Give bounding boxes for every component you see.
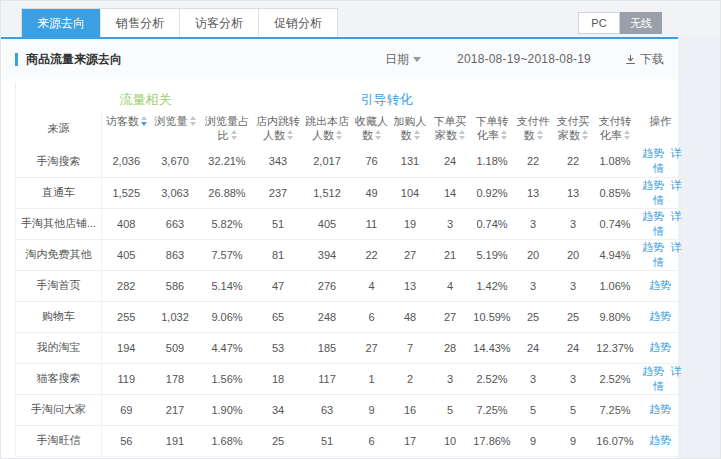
column-collect-label: 收藏人数 (355, 115, 388, 142)
table-row: 直通车 1,525 3,063 26.88% 237 1,512 49 104 … (16, 177, 685, 208)
tab-sales-analysis[interactable]: 销售分析 (100, 9, 179, 37)
pay-items-cell: 9 (514, 425, 553, 456)
sort-icon[interactable] (287, 130, 293, 140)
visitors-cell: 2,036 (102, 146, 151, 177)
actions-cell: 趋势详情 (637, 177, 685, 208)
sort-icon[interactable] (231, 130, 237, 140)
sort-icon[interactable] (624, 130, 630, 140)
pay-items-cell: 25 (514, 301, 553, 332)
pay-rate-cell: 7.25% (594, 394, 637, 425)
trend-link[interactable]: 趋势 (642, 365, 664, 377)
collect-cell: 6 (353, 425, 391, 456)
column-header-row: 来源 访客数 浏览量 浏览量占比 店内跳转人数 跳出本店人数 收藏人数 加购人数… (16, 111, 685, 147)
cart-cell: 7 (391, 332, 430, 363)
source-cell: 手淘首页 (16, 270, 102, 301)
sort-icon[interactable] (141, 116, 147, 126)
jump-out-cell: 276 (302, 270, 353, 301)
collect-cell: 1 (353, 363, 391, 394)
pageviews-cell: 1,032 (151, 301, 200, 332)
order-buyers-cell: 3 (430, 208, 471, 239)
trend-link[interactable]: 趋势 (642, 210, 664, 222)
trend-link[interactable]: 趋势 (642, 147, 664, 159)
date-range-value[interactable]: 2018-08-19~2018-08-19 (457, 52, 591, 66)
sort-icon[interactable] (501, 130, 507, 140)
trend-link[interactable]: 趋势 (649, 403, 671, 415)
table-row: 手淘其他店铺... 408 663 5.82% 51 405 11 19 3 0… (16, 208, 685, 239)
visitors-cell: 255 (102, 301, 151, 332)
sort-icon[interactable] (582, 130, 588, 140)
pageviews-cell: 509 (151, 332, 200, 363)
order-rate-cell: 0.92% (471, 177, 514, 208)
sort-icon[interactable] (414, 130, 420, 140)
trend-link[interactable]: 趋势 (649, 279, 671, 291)
cart-cell: 16 (391, 394, 430, 425)
wireless-toggle-button[interactable]: 无线 (620, 12, 662, 34)
pv-ratio-cell: 26.88% (200, 177, 255, 208)
sort-icon[interactable] (537, 130, 543, 140)
tab-traffic-source[interactable]: 来源去向 (22, 9, 100, 37)
pay-items-cell: 20 (514, 239, 553, 270)
jump-out-cell: 1,512 (302, 177, 353, 208)
collect-cell: 27 (353, 332, 391, 363)
date-filter-dropdown[interactable]: 日期 (385, 51, 421, 68)
tab-promotion-analysis[interactable]: 促销分析 (258, 9, 337, 37)
jump-in-cell: 47 (255, 270, 302, 301)
sort-icon[interactable] (375, 130, 381, 140)
column-pageviews: 浏览量 (151, 111, 200, 147)
jump-out-cell: 185 (302, 332, 353, 363)
trend-link[interactable]: 趋势 (649, 434, 671, 446)
jump-out-cell: 2,017 (302, 146, 353, 177)
visitors-cell: 405 (102, 239, 151, 270)
actions-cell: 趋势 (637, 301, 685, 332)
column-jump-in: 店内跳转人数 (255, 111, 302, 147)
sort-icon[interactable] (336, 130, 342, 140)
trend-link[interactable]: 趋势 (649, 310, 671, 322)
pay-rate-cell: 1.08% (594, 146, 637, 177)
source-cell: 我的淘宝 (16, 332, 102, 363)
pc-toggle-button[interactable]: PC (578, 12, 620, 34)
cart-cell: 131 (391, 146, 430, 177)
table-row: 手淘首页 282 586 5.14% 47 276 4 13 4 1.42% 3… (16, 270, 685, 301)
visitors-cell: 194 (102, 332, 151, 363)
column-visitors-label: 访客数 (106, 115, 139, 127)
table-row: 猫客搜索 119 178 1.56% 18 117 1 2 3 2.52% 3 … (16, 363, 685, 394)
trend-link[interactable]: 趋势 (642, 241, 664, 253)
pageviews-cell: 178 (151, 363, 200, 394)
jump-in-cell: 343 (255, 146, 302, 177)
table-row: 我的淘宝 194 509 4.47% 53 185 27 7 28 14.43%… (16, 332, 685, 363)
collect-cell: 76 (353, 146, 391, 177)
collect-cell: 6 (353, 301, 391, 332)
pay-rate-cell: 4.94% (594, 239, 637, 270)
column-order-buyers: 下单买家数 (430, 111, 471, 147)
pv-ratio-cell: 4.47% (200, 332, 255, 363)
jump-out-cell: 63 (302, 394, 353, 425)
column-cart: 加购人数 (391, 111, 430, 147)
visitors-cell: 282 (102, 270, 151, 301)
pay-items-cell: 3 (514, 270, 553, 301)
pay-rate-cell: 16.07% (594, 425, 637, 456)
pay-rate-cell: 0.85% (594, 177, 637, 208)
source-cell: 淘内免费其他 (16, 239, 102, 270)
trend-link[interactable]: 趋势 (642, 179, 664, 191)
actions-cell: 趋势详情 (637, 146, 685, 177)
pay-buyers-cell: 13 (553, 177, 594, 208)
column-jump-out-label: 跳出本店人数 (305, 115, 349, 142)
jump-in-cell: 25 (255, 425, 302, 456)
column-source: 来源 (16, 111, 102, 147)
chevron-down-icon (413, 57, 421, 62)
pay-buyers-cell: 5 (553, 394, 594, 425)
sort-icon[interactable] (190, 116, 196, 126)
trend-link[interactable]: 趋势 (649, 341, 671, 353)
pageviews-cell: 217 (151, 394, 200, 425)
download-button[interactable]: 下载 (625, 51, 664, 68)
cart-cell: 17 (391, 425, 430, 456)
sort-icon[interactable] (459, 130, 465, 140)
jump-out-cell: 394 (302, 239, 353, 270)
pageviews-cell: 586 (151, 270, 200, 301)
jump-in-cell: 65 (255, 301, 302, 332)
tab-visitor-analysis[interactable]: 访客分析 (179, 9, 258, 37)
cart-cell: 2 (391, 363, 430, 394)
source-cell: 猫客搜索 (16, 363, 102, 394)
cart-cell: 19 (391, 208, 430, 239)
table-row: 淘内免费其他 405 863 7.57% 81 394 22 27 21 5.1… (16, 239, 685, 270)
